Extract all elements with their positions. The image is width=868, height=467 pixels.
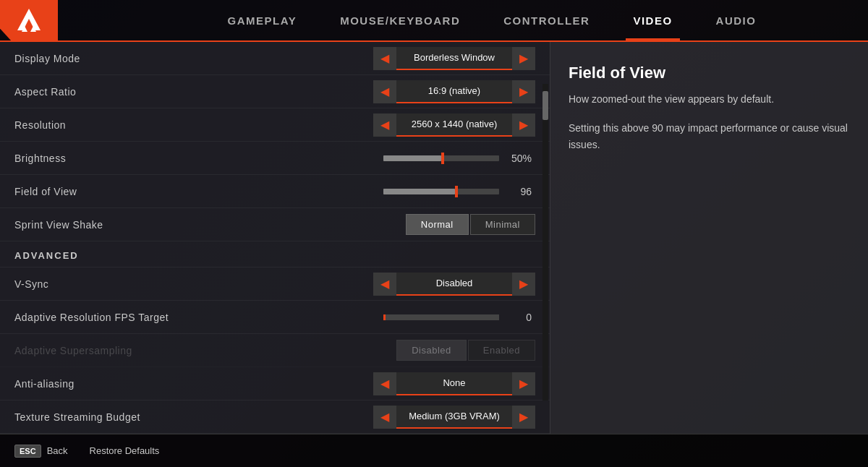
restore-defaults-label: Restore Defaults — [90, 445, 160, 456]
esc-key-badge: ESC — [14, 445, 41, 458]
adaptive-supersampling-label: Adaptive Supersampling — [14, 345, 396, 356]
resolution-row: Resolution ◀ 2560 x 1440 (native) ▶ — [0, 108, 550, 142]
apex-logo-icon — [14, 6, 43, 35]
adaptive-resolution-track[interactable] — [383, 314, 499, 320]
aspect-ratio-control: ◀ 16:9 (native) ▶ — [373, 80, 535, 103]
texture-budget-prev-button[interactable]: ◀ — [373, 406, 396, 429]
fov-row: Field of View 96 — [0, 175, 550, 208]
nav-tabs: GAMEPLAY MOUSE/KEYBOARD CONTROLLER VIDEO… — [116, 0, 868, 40]
restore-defaults-button[interactable]: Restore Defaults — [90, 445, 160, 456]
fov-value: 96 — [506, 186, 532, 197]
texture-budget-control: ◀ Medium (3GB VRAM) ▶ — [373, 406, 535, 429]
adaptive-supersampling-control: Disabled Enabled — [396, 340, 535, 361]
display-mode-row: Display Mode ◀ Borderless Window ▶ — [0, 42, 550, 75]
brightness-label: Brightness — [14, 153, 383, 164]
texture-budget-row: Texture Streaming Budget ◀ Medium (3GB V… — [0, 400, 550, 434]
adaptive-supersampling-disabled-button: Disabled — [396, 340, 467, 361]
texture-budget-label: Texture Streaming Budget — [14, 411, 373, 423]
adaptive-supersampling-enabled-button: Enabled — [468, 340, 535, 361]
sprint-view-shake-control: Normal Minimal — [406, 214, 535, 235]
anti-aliasing-next-button[interactable]: ▶ — [512, 372, 535, 395]
display-mode-control: ◀ Borderless Window ▶ — [373, 47, 535, 70]
tab-audio[interactable]: AUDIO — [709, 0, 764, 40]
brightness-row: Brightness 50% — [0, 142, 550, 175]
content-area: Display Mode ◀ Borderless Window ▶ Aspec… — [0, 42, 868, 434]
adaptive-resolution-control: 0 — [383, 312, 535, 323]
display-mode-next-button[interactable]: ▶ — [512, 47, 535, 70]
anti-aliasing-prev-button[interactable]: ◀ — [373, 372, 396, 395]
display-mode-prev-button[interactable]: ◀ — [373, 47, 396, 70]
fov-control: 96 — [383, 186, 535, 197]
adaptive-supersampling-row: Adaptive Supersampling Disabled Enabled — [0, 334, 550, 367]
anti-aliasing-value: None — [396, 372, 512, 395]
settings-panel: Display Mode ◀ Borderless Window ▶ Aspec… — [0, 42, 550, 434]
advanced-section-header: ADVANCED — [0, 241, 550, 267]
scroll-indicator — [542, 84, 548, 400]
tab-mouse-keyboard[interactable]: MOUSE/KEYBOARD — [333, 0, 467, 40]
aspect-ratio-value: 16:9 (native) — [396, 80, 512, 103]
texture-budget-value: Medium (3GB VRAM) — [396, 406, 512, 429]
aspect-ratio-next-button[interactable]: ▶ — [512, 80, 535, 103]
vsync-control: ◀ Disabled ▶ — [373, 273, 535, 296]
anti-aliasing-label: Anti-aliasing — [14, 378, 373, 390]
svg-marker-0 — [17, 9, 41, 30]
aspect-ratio-prev-button[interactable]: ◀ — [373, 80, 396, 103]
resolution-prev-button[interactable]: ◀ — [373, 113, 396, 137]
resolution-next-button[interactable]: ▶ — [512, 113, 535, 137]
aspect-ratio-label: Aspect Ratio — [14, 86, 373, 98]
adaptive-resolution-value: 0 — [506, 312, 532, 323]
adaptive-resolution-label: Adaptive Resolution FPS Target — [14, 312, 383, 323]
vsync-value: Disabled — [396, 273, 512, 296]
display-mode-label: Display Mode — [14, 53, 373, 64]
resolution-label: Resolution — [14, 119, 373, 131]
sprint-view-shake-normal-button[interactable]: Normal — [406, 214, 469, 235]
nav-bar: GAMEPLAY MOUSE/KEYBOARD CONTROLLER VIDEO… — [0, 0, 868, 42]
bottom-bar: ESC Back Restore Defaults — [0, 434, 868, 467]
sprint-view-shake-label: Sprint View Shake — [14, 219, 406, 231]
vsync-row: V-Sync ◀ Disabled ▶ — [0, 267, 550, 301]
fov-thumb — [455, 186, 458, 197]
sprint-view-shake-minimal-button[interactable]: Minimal — [470, 214, 535, 235]
back-button[interactable]: ESC Back — [14, 445, 68, 458]
scroll-thumb[interactable] — [542, 91, 548, 120]
resolution-value: 2560 x 1440 (native) — [396, 113, 512, 137]
tab-video[interactable]: VIDEO — [626, 0, 679, 40]
back-label: Back — [47, 445, 68, 456]
fov-label: Field of View — [14, 186, 383, 197]
vsync-label: V-Sync — [14, 278, 373, 290]
tab-controller[interactable]: CONTROLLER — [496, 0, 597, 40]
resolution-control: ◀ 2560 x 1440 (native) ▶ — [373, 113, 535, 137]
adaptive-resolution-row: Adaptive Resolution FPS Target 0 — [0, 301, 550, 334]
apex-logo — [0, 0, 58, 41]
info-panel-text2: Setting this above 90 may impact perform… — [569, 120, 850, 153]
brightness-value: 50% — [506, 153, 532, 164]
info-panel-title: Field of View — [569, 64, 850, 82]
vsync-prev-button[interactable]: ◀ — [373, 273, 396, 296]
brightness-track[interactable] — [383, 155, 499, 161]
brightness-fill — [383, 155, 441, 161]
info-panel-text1: How zoomed-out the view appears by defau… — [569, 91, 850, 107]
adaptive-resolution-fill — [383, 314, 386, 320]
vsync-next-button[interactable]: ▶ — [512, 273, 535, 296]
texture-budget-next-button[interactable]: ▶ — [512, 406, 535, 429]
brightness-thumb — [441, 153, 444, 164]
fov-fill — [383, 189, 455, 194]
sprint-view-shake-row: Sprint View Shake Normal Minimal — [0, 208, 550, 241]
aspect-ratio-row: Aspect Ratio ◀ 16:9 (native) ▶ — [0, 75, 550, 108]
display-mode-value: Borderless Window — [396, 47, 512, 70]
tab-gameplay[interactable]: GAMEPLAY — [221, 0, 305, 40]
anti-aliasing-control: ◀ None ▶ — [373, 372, 535, 395]
info-panel: Field of View How zoomed-out the view ap… — [550, 42, 868, 434]
fov-track[interactable] — [383, 189, 499, 194]
brightness-control: 50% — [383, 153, 535, 164]
anti-aliasing-row: Anti-aliasing ◀ None ▶ — [0, 367, 550, 400]
